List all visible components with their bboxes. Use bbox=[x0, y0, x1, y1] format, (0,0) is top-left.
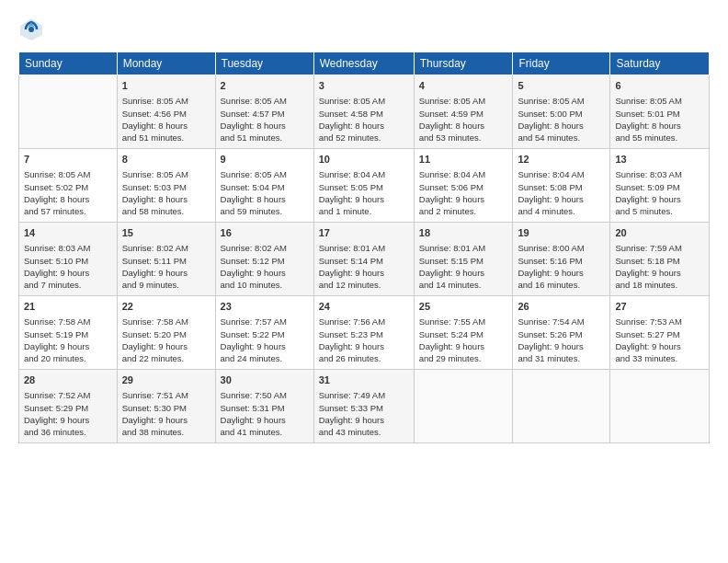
day-info: Sunrise: 8:04 AM Sunset: 5:06 PM Dayligh… bbox=[419, 168, 508, 217]
col-header-thursday: Thursday bbox=[414, 52, 513, 75]
calendar-cell: 14Sunrise: 8:03 AM Sunset: 5:10 PM Dayli… bbox=[19, 223, 118, 296]
calendar-week-3: 14Sunrise: 8:03 AM Sunset: 5:10 PM Dayli… bbox=[19, 223, 710, 296]
day-info: Sunrise: 7:49 AM Sunset: 5:33 PM Dayligh… bbox=[319, 389, 409, 438]
calendar-cell: 2Sunrise: 8:05 AM Sunset: 4:57 PM Daylig… bbox=[215, 75, 313, 149]
day-number: 14 bbox=[24, 226, 112, 240]
calendar-cell: 25Sunrise: 7:55 AM Sunset: 5:24 PM Dayli… bbox=[414, 296, 513, 370]
calendar-cell: 15Sunrise: 8:02 AM Sunset: 5:11 PM Dayli… bbox=[117, 223, 215, 296]
calendar-cell: 23Sunrise: 7:57 AM Sunset: 5:22 PM Dayli… bbox=[215, 296, 313, 370]
day-info: Sunrise: 8:00 AM Sunset: 5:16 PM Dayligh… bbox=[518, 242, 605, 291]
day-info: Sunrise: 7:54 AM Sunset: 5:26 PM Dayligh… bbox=[518, 316, 605, 364]
day-number: 21 bbox=[24, 300, 112, 314]
calendar-week-4: 21Sunrise: 7:58 AM Sunset: 5:19 PM Dayli… bbox=[19, 296, 710, 370]
calendar-cell: 24Sunrise: 7:56 AM Sunset: 5:23 PM Dayli… bbox=[313, 296, 414, 370]
day-info: Sunrise: 8:02 AM Sunset: 5:11 PM Dayligh… bbox=[122, 242, 210, 291]
day-info: Sunrise: 8:05 AM Sunset: 5:01 PM Dayligh… bbox=[615, 95, 704, 144]
day-info: Sunrise: 8:05 AM Sunset: 5:04 PM Dayligh… bbox=[221, 168, 309, 217]
day-number: 29 bbox=[122, 373, 210, 387]
day-number: 16 bbox=[221, 226, 309, 240]
day-info: Sunrise: 7:51 AM Sunset: 5:30 PM Dayligh… bbox=[122, 389, 210, 438]
day-info: Sunrise: 8:05 AM Sunset: 5:03 PM Dayligh… bbox=[122, 168, 210, 217]
header bbox=[18, 17, 710, 42]
day-number: 9 bbox=[221, 153, 309, 167]
calendar-cell: 13Sunrise: 8:03 AM Sunset: 5:09 PM Dayli… bbox=[610, 149, 710, 223]
calendar-cell: 10Sunrise: 8:04 AM Sunset: 5:05 PM Dayli… bbox=[313, 149, 414, 223]
calendar-week-1: 1Sunrise: 8:05 AM Sunset: 4:56 PM Daylig… bbox=[19, 75, 710, 149]
calendar-cell: 19Sunrise: 8:00 AM Sunset: 5:16 PM Dayli… bbox=[513, 223, 610, 296]
calendar-cell: 26Sunrise: 7:54 AM Sunset: 5:26 PM Dayli… bbox=[513, 296, 610, 370]
calendar-cell bbox=[19, 75, 118, 149]
calendar-cell bbox=[414, 370, 513, 443]
calendar-cell: 17Sunrise: 8:01 AM Sunset: 5:14 PM Dayli… bbox=[313, 223, 414, 296]
calendar-cell: 3Sunrise: 8:05 AM Sunset: 4:58 PM Daylig… bbox=[313, 75, 414, 149]
calendar-page: SundayMondayTuesdayWednesdayThursdayFrid… bbox=[0, 0, 728, 563]
calendar-week-5: 28Sunrise: 7:52 AM Sunset: 5:29 PM Dayli… bbox=[19, 370, 710, 443]
calendar-cell bbox=[513, 370, 610, 443]
day-info: Sunrise: 7:53 AM Sunset: 5:27 PM Dayligh… bbox=[615, 316, 704, 364]
calendar-cell: 12Sunrise: 8:04 AM Sunset: 5:08 PM Dayli… bbox=[513, 149, 610, 223]
day-info: Sunrise: 8:03 AM Sunset: 5:09 PM Dayligh… bbox=[615, 168, 704, 217]
day-info: Sunrise: 7:50 AM Sunset: 5:31 PM Dayligh… bbox=[221, 389, 309, 438]
calendar-cell: 27Sunrise: 7:53 AM Sunset: 5:27 PM Dayli… bbox=[610, 296, 710, 370]
logo bbox=[18, 17, 46, 42]
day-number: 7 bbox=[24, 153, 112, 167]
calendar-cell: 5Sunrise: 8:05 AM Sunset: 5:00 PM Daylig… bbox=[513, 75, 610, 149]
svg-point-1 bbox=[28, 27, 34, 32]
col-header-wednesday: Wednesday bbox=[313, 52, 414, 75]
day-info: Sunrise: 7:52 AM Sunset: 5:29 PM Dayligh… bbox=[24, 389, 112, 438]
day-info: Sunrise: 7:59 AM Sunset: 5:18 PM Dayligh… bbox=[615, 242, 704, 291]
day-number: 1 bbox=[122, 79, 210, 93]
day-info: Sunrise: 8:05 AM Sunset: 5:00 PM Dayligh… bbox=[518, 95, 605, 144]
col-header-sunday: Sunday bbox=[19, 52, 118, 75]
logo-icon bbox=[18, 17, 44, 42]
calendar-header-row: SundayMondayTuesdayWednesdayThursdayFrid… bbox=[19, 52, 710, 75]
day-number: 23 bbox=[221, 300, 309, 314]
day-number: 4 bbox=[419, 79, 508, 93]
calendar-cell: 11Sunrise: 8:04 AM Sunset: 5:06 PM Dayli… bbox=[414, 149, 513, 223]
day-number: 31 bbox=[319, 373, 409, 387]
day-info: Sunrise: 8:05 AM Sunset: 4:58 PM Dayligh… bbox=[319, 95, 409, 144]
day-number: 3 bbox=[319, 79, 409, 93]
day-number: 26 bbox=[518, 300, 605, 314]
calendar-cell: 28Sunrise: 7:52 AM Sunset: 5:29 PM Dayli… bbox=[19, 370, 118, 443]
calendar-cell: 9Sunrise: 8:05 AM Sunset: 5:04 PM Daylig… bbox=[215, 149, 313, 223]
day-number: 28 bbox=[24, 373, 112, 387]
calendar-cell: 1Sunrise: 8:05 AM Sunset: 4:56 PM Daylig… bbox=[117, 75, 215, 149]
day-number: 17 bbox=[319, 226, 409, 240]
day-info: Sunrise: 8:04 AM Sunset: 5:08 PM Dayligh… bbox=[518, 168, 605, 217]
calendar-cell: 18Sunrise: 8:01 AM Sunset: 5:15 PM Dayli… bbox=[414, 223, 513, 296]
day-info: Sunrise: 8:05 AM Sunset: 4:59 PM Dayligh… bbox=[419, 95, 508, 144]
calendar-cell: 6Sunrise: 8:05 AM Sunset: 5:01 PM Daylig… bbox=[610, 75, 710, 149]
day-number: 24 bbox=[319, 300, 409, 314]
day-number: 30 bbox=[221, 373, 309, 387]
day-info: Sunrise: 7:56 AM Sunset: 5:23 PM Dayligh… bbox=[319, 316, 409, 364]
col-header-friday: Friday bbox=[513, 52, 610, 75]
day-info: Sunrise: 7:58 AM Sunset: 5:20 PM Dayligh… bbox=[122, 316, 210, 364]
day-number: 6 bbox=[615, 79, 704, 93]
calendar-week-2: 7Sunrise: 8:05 AM Sunset: 5:02 PM Daylig… bbox=[19, 149, 710, 223]
col-header-monday: Monday bbox=[117, 52, 215, 75]
day-info: Sunrise: 7:57 AM Sunset: 5:22 PM Dayligh… bbox=[221, 316, 309, 364]
calendar-table: SundayMondayTuesdayWednesdayThursdayFrid… bbox=[18, 52, 710, 443]
day-number: 10 bbox=[319, 153, 409, 167]
day-number: 19 bbox=[518, 226, 605, 240]
calendar-cell: 7Sunrise: 8:05 AM Sunset: 5:02 PM Daylig… bbox=[19, 149, 118, 223]
calendar-cell: 31Sunrise: 7:49 AM Sunset: 5:33 PM Dayli… bbox=[313, 370, 414, 443]
day-number: 22 bbox=[122, 300, 210, 314]
day-info: Sunrise: 7:55 AM Sunset: 5:24 PM Dayligh… bbox=[419, 316, 508, 364]
day-info: Sunrise: 8:05 AM Sunset: 4:56 PM Dayligh… bbox=[122, 95, 210, 144]
day-number: 2 bbox=[221, 79, 309, 93]
day-info: Sunrise: 8:01 AM Sunset: 5:14 PM Dayligh… bbox=[319, 242, 409, 291]
day-number: 27 bbox=[615, 300, 704, 314]
col-header-tuesday: Tuesday bbox=[215, 52, 313, 75]
day-info: Sunrise: 8:05 AM Sunset: 4:57 PM Dayligh… bbox=[221, 95, 309, 144]
calendar-cell: 30Sunrise: 7:50 AM Sunset: 5:31 PM Dayli… bbox=[215, 370, 313, 443]
calendar-cell: 29Sunrise: 7:51 AM Sunset: 5:30 PM Dayli… bbox=[117, 370, 215, 443]
day-number: 13 bbox=[615, 153, 704, 167]
calendar-cell: 20Sunrise: 7:59 AM Sunset: 5:18 PM Dayli… bbox=[610, 223, 710, 296]
calendar-cell bbox=[610, 370, 710, 443]
day-info: Sunrise: 8:05 AM Sunset: 5:02 PM Dayligh… bbox=[24, 168, 112, 217]
day-number: 20 bbox=[615, 226, 704, 240]
day-number: 11 bbox=[419, 153, 508, 167]
day-number: 5 bbox=[518, 79, 605, 93]
